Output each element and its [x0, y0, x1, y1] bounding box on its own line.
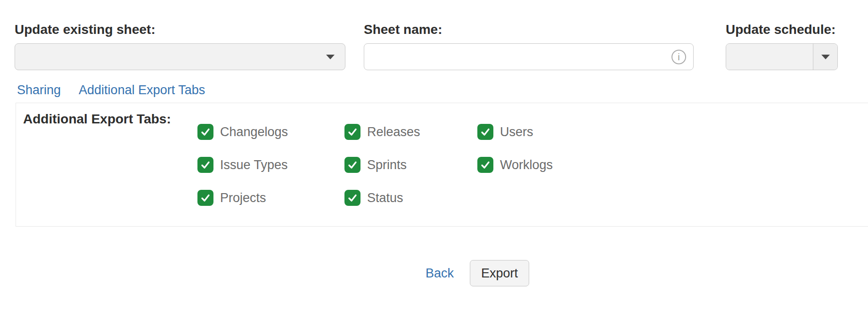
sheet-name-label: Sheet name:: [364, 22, 442, 37]
back-link[interactable]: Back: [426, 266, 454, 281]
checkbox-item-projects[interactable]: Projects: [197, 190, 288, 206]
check-icon[interactable]: [197, 157, 213, 173]
checkbox-item-issue-types[interactable]: Issue Types: [197, 157, 288, 173]
additional-export-tabs-panel-label: Additional Export Tabs:: [23, 112, 171, 127]
checkbox-item-sprints[interactable]: Sprints: [344, 157, 420, 173]
tab-sharing[interactable]: Sharing: [17, 83, 61, 98]
checkbox-label: Sprints: [367, 158, 407, 172]
checkbox-item-status[interactable]: Status: [344, 190, 420, 206]
export-button[interactable]: Export: [470, 260, 529, 286]
checkbox-item-users[interactable]: Users: [477, 124, 553, 140]
update-schedule-select[interactable]: [726, 43, 838, 70]
checkbox-item-releases[interactable]: Releases: [344, 124, 420, 140]
update-schedule-value[interactable]: [726, 44, 813, 70]
check-icon[interactable]: [197, 190, 213, 206]
checkbox-label: Projects: [220, 191, 266, 205]
check-icon[interactable]: [477, 124, 493, 140]
check-icon[interactable]: [197, 124, 213, 140]
chevron-down-icon: [326, 55, 335, 59]
checkbox-label: Worklogs: [500, 158, 553, 172]
checkbox-label: Issue Types: [220, 158, 288, 172]
tabs-row: Sharing Additional Export Tabs: [17, 83, 205, 98]
checkbox-label: Releases: [367, 125, 420, 139]
check-icon[interactable]: [344, 157, 360, 173]
check-icon[interactable]: [344, 124, 360, 140]
checkbox-item-changelogs[interactable]: Changelogs: [197, 124, 288, 140]
update-schedule-dropdown-button[interactable]: [813, 44, 837, 70]
checkbox-label: Status: [367, 191, 403, 205]
additional-export-tabs-panel: Additional Export Tabs: Changelogs Issue…: [16, 103, 868, 227]
checkbox-item-worklogs[interactable]: Worklogs: [477, 157, 553, 173]
chevron-down-icon: [821, 55, 830, 59]
checkbox-column-3: Users Worklogs: [477, 124, 553, 173]
check-icon[interactable]: [344, 190, 360, 206]
sheet-name-field-wrap: i: [364, 43, 694, 70]
checkbox-label: Users: [500, 125, 533, 139]
update-existing-sheet-label: Update existing sheet:: [15, 22, 156, 37]
update-existing-sheet-select[interactable]: [15, 43, 345, 70]
sheet-name-input[interactable]: [364, 43, 694, 70]
tab-additional-export-tabs[interactable]: Additional Export Tabs: [79, 83, 205, 98]
update-schedule-label: Update schedule:: [726, 22, 835, 37]
checkbox-label: Changelogs: [220, 125, 288, 139]
check-icon[interactable]: [477, 157, 493, 173]
checkbox-column-1: Changelogs Issue Types Projects: [197, 124, 288, 206]
checkbox-column-2: Releases Sprints Status: [344, 124, 420, 206]
info-icon[interactable]: i: [671, 49, 686, 64]
